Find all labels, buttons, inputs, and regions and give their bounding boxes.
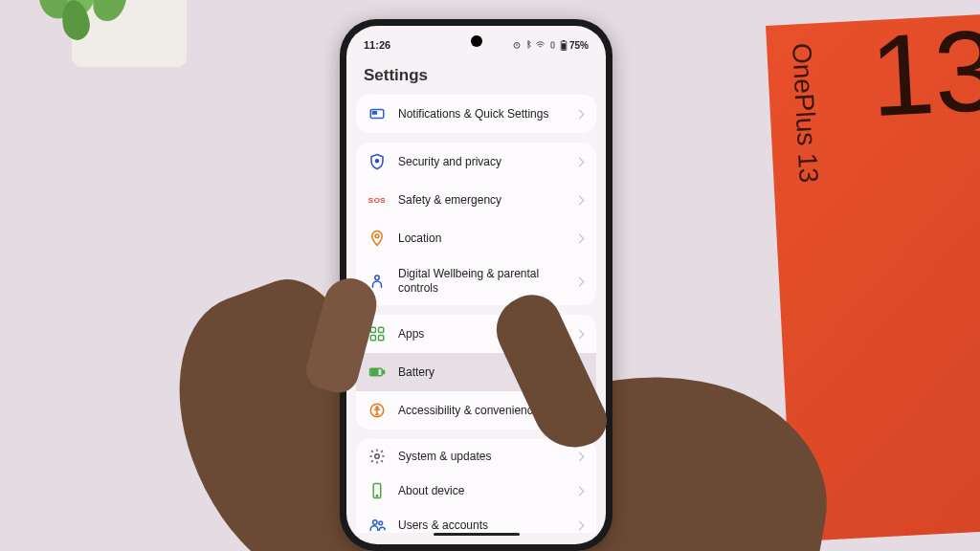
settings-row-notifications[interactable]: Notifications & Quick Settings xyxy=(356,95,596,133)
svg-point-8 xyxy=(375,234,379,238)
status-battery-pct: 75% xyxy=(569,40,589,51)
svg-rect-4 xyxy=(562,43,566,49)
nav-pill xyxy=(434,533,520,536)
settings-row-safety[interactable]: SOS Safety & emergency xyxy=(356,181,596,219)
svg-point-19 xyxy=(375,454,380,459)
settings-row-location[interactable]: Location xyxy=(356,219,596,257)
box-number: 13 xyxy=(868,23,980,121)
sos-icon: SOS xyxy=(368,190,387,209)
svg-point-22 xyxy=(373,520,378,525)
row-label: About device xyxy=(398,484,565,498)
gesture-bar[interactable] xyxy=(346,533,606,544)
alarm-icon xyxy=(512,40,522,50)
svg-point-21 xyxy=(376,496,378,497)
status-right: 75% xyxy=(512,40,589,51)
phone-frame: 11:26 75% Settings N xyxy=(340,19,612,551)
settings-row-about[interactable]: About device xyxy=(356,474,596,508)
chevron-right-icon xyxy=(575,276,585,286)
users-icon xyxy=(368,516,387,533)
notifications-icon xyxy=(368,104,387,123)
settings-group: System & updates About device Users & ac… xyxy=(356,439,596,533)
svg-rect-12 xyxy=(370,336,375,341)
vibrate-icon xyxy=(548,40,557,50)
chevron-right-icon xyxy=(575,520,585,530)
accessibility-icon xyxy=(368,401,387,420)
plant xyxy=(19,0,163,57)
settings-row-wellbeing[interactable]: Digital Wellbeing & parental controls xyxy=(356,257,596,305)
chevron-right-icon xyxy=(575,109,585,119)
svg-rect-10 xyxy=(370,327,375,332)
box-brand-text: OnePlus 13 xyxy=(786,42,824,184)
location-icon xyxy=(368,229,387,248)
chevron-right-icon xyxy=(575,486,585,496)
svg-point-23 xyxy=(379,521,383,525)
svg-rect-11 xyxy=(379,327,384,332)
row-label: System & updates xyxy=(398,450,565,464)
row-label: Users & accounts xyxy=(398,518,565,533)
svg-point-7 xyxy=(376,160,379,163)
device-icon xyxy=(368,481,387,500)
row-label: Safety & emergency xyxy=(398,193,565,208)
bluetooth-icon xyxy=(524,40,532,50)
row-label: Location xyxy=(398,231,565,246)
svg-rect-6 xyxy=(373,112,377,114)
front-camera xyxy=(471,35,482,47)
svg-point-9 xyxy=(375,276,380,280)
gear-icon xyxy=(368,447,387,466)
wifi-icon xyxy=(535,40,546,50)
settings-row-users[interactable]: Users & accounts xyxy=(356,508,596,533)
shield-icon xyxy=(368,152,387,171)
svg-point-18 xyxy=(376,407,378,408)
row-label: Notifications & Quick Settings xyxy=(398,107,565,121)
settings-row-security[interactable]: Security and privacy xyxy=(356,143,596,181)
chevron-right-icon xyxy=(575,233,585,243)
battery-status-icon xyxy=(560,40,568,51)
settings-group: Security and privacy SOS Safety & emerge… xyxy=(356,143,596,305)
battery-icon xyxy=(368,363,387,382)
row-label: Digital Wellbeing & parental controls xyxy=(398,267,565,296)
chevron-right-icon xyxy=(575,195,585,205)
svg-rect-3 xyxy=(563,40,565,41)
page-title: Settings xyxy=(346,60,606,95)
settings-list[interactable]: Notifications & Quick Settings Security … xyxy=(346,95,606,533)
svg-rect-16 xyxy=(371,370,378,375)
settings-group: Notifications & Quick Settings xyxy=(356,95,596,133)
chevron-right-icon xyxy=(575,157,585,166)
chevron-right-icon xyxy=(575,452,585,461)
phone-screen: 11:26 75% Settings N xyxy=(346,26,606,544)
svg-rect-13 xyxy=(379,336,384,341)
svg-rect-1 xyxy=(551,42,554,48)
status-time: 11:26 xyxy=(364,39,390,51)
svg-rect-15 xyxy=(383,371,385,374)
row-label: Security and privacy xyxy=(398,155,565,169)
chevron-right-icon xyxy=(575,329,585,339)
